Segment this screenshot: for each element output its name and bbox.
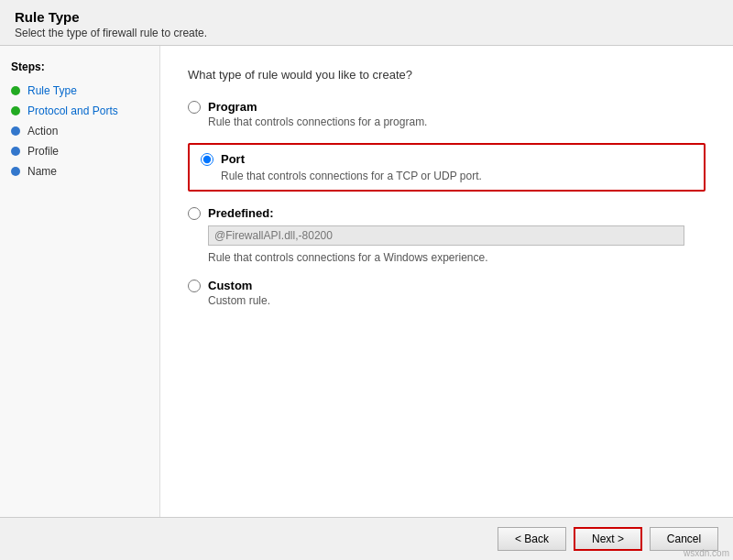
dot-icon-name xyxy=(11,167,20,176)
radio-program[interactable] xyxy=(188,101,201,114)
option-custom-desc: Custom rule. xyxy=(208,294,706,307)
steps-label: Steps: xyxy=(0,60,159,81)
option-program: Program Rule that controls connections f… xyxy=(188,100,706,128)
back-button[interactable]: < Back xyxy=(498,527,566,551)
option-custom-row: Custom xyxy=(188,279,706,292)
option-group: Program Rule that controls connections f… xyxy=(188,100,706,307)
dialog-subtitle: Select the type of firewall rule to crea… xyxy=(15,27,718,39)
sidebar-item-label-name: Name xyxy=(27,165,57,178)
option-predefined-label[interactable]: Predefined: xyxy=(208,206,274,220)
option-predefined: Predefined: Rule that controls connectio… xyxy=(188,206,706,264)
sidebar-item-label-protocol-ports: Protocol and Ports xyxy=(27,104,118,117)
sidebar-item-profile[interactable]: Profile xyxy=(0,141,159,161)
radio-custom[interactable] xyxy=(188,280,201,292)
option-predefined-desc: Rule that controls connections for a Win… xyxy=(208,251,706,264)
sidebar-item-action[interactable]: Action xyxy=(0,121,159,141)
dialog-window: Rule Type Select the type of firewall ru… xyxy=(0,0,733,560)
sidebar-item-label-rule-type: Rule Type xyxy=(27,84,77,97)
dialog-header: Rule Type Select the type of firewall ru… xyxy=(0,0,733,46)
predefined-input[interactable] xyxy=(208,225,684,246)
radio-port[interactable] xyxy=(201,153,213,166)
option-port-desc: Rule that controls connections for a TCP… xyxy=(221,170,693,182)
option-program-label[interactable]: Program xyxy=(208,100,257,114)
option-port-label[interactable]: Port xyxy=(221,152,245,166)
sidebar-item-name[interactable]: Name xyxy=(0,161,159,181)
next-button[interactable]: Next > xyxy=(574,527,642,551)
dot-icon-profile xyxy=(11,147,20,156)
option-port: Port Rule that controls connections for … xyxy=(188,143,706,192)
dialog-footer: < Back Next > Cancel xyxy=(0,517,733,560)
dot-icon-protocol-ports xyxy=(11,106,20,115)
main-content: What type of rule would you like to crea… xyxy=(160,46,733,517)
option-program-row: Program xyxy=(188,100,706,114)
sidebar-item-rule-type[interactable]: Rule Type xyxy=(0,81,159,101)
sidebar-item-label-profile: Profile xyxy=(27,145,59,158)
sidebar: Steps: Rule Type Protocol and Ports Acti… xyxy=(0,46,160,517)
option-predefined-row: Predefined: xyxy=(188,206,706,220)
radio-predefined[interactable] xyxy=(188,207,201,220)
option-port-row: Port xyxy=(201,152,693,166)
dialog-title: Rule Type xyxy=(15,9,718,25)
watermark: wsxdn.com xyxy=(684,548,729,558)
dialog-body: Steps: Rule Type Protocol and Ports Acti… xyxy=(0,46,733,517)
sidebar-item-protocol-ports[interactable]: Protocol and Ports xyxy=(0,101,159,121)
option-custom: Custom Custom rule. xyxy=(188,279,706,307)
option-custom-label[interactable]: Custom xyxy=(208,279,252,292)
main-question: What type of rule would you like to crea… xyxy=(188,68,706,82)
sidebar-item-label-action: Action xyxy=(27,125,58,137)
dot-icon-action xyxy=(11,126,20,136)
dot-icon-rule-type xyxy=(11,86,20,95)
option-program-desc: Rule that controls connections for a pro… xyxy=(208,115,706,128)
